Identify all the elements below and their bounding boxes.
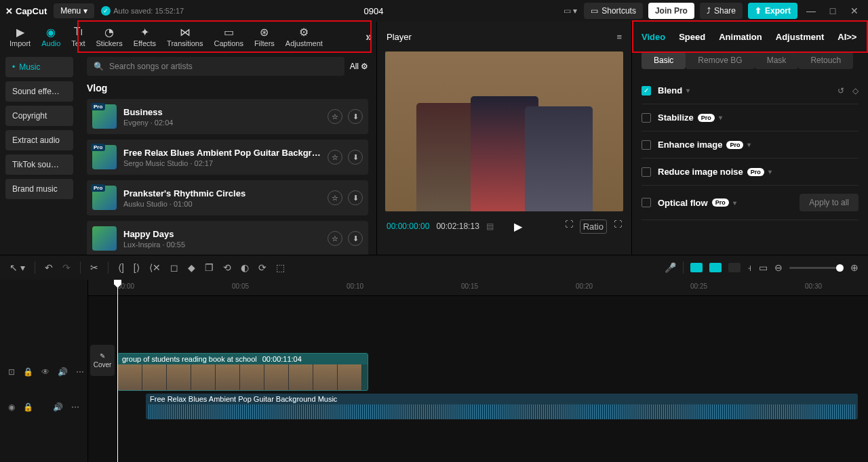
reverse-icon[interactable]: ⟲ — [223, 262, 231, 273]
audio-lock-icon[interactable]: 🔒 — [23, 402, 33, 412]
prop-checkbox[interactable] — [642, 198, 651, 207]
crop2-icon[interactable]: ⬚ — [276, 262, 285, 273]
project-title[interactable]: 0904 — [191, 6, 557, 16]
timeline-ruler[interactable]: 00:00 00:05 00:10 00:15 00:20 00:25 00:3… — [88, 280, 868, 296]
prop-row[interactable]: Reduce image noisePro ▾ — [642, 159, 859, 186]
video-clip[interactable]: group of students reading book at school… — [117, 353, 368, 391]
fav-icon[interactable]: ☆ — [328, 109, 342, 124]
tab-audio[interactable]: ◉Audio — [36, 22, 66, 51]
prop-checkbox[interactable] — [642, 167, 651, 177]
tab-captions[interactable]: ▭Captions — [208, 22, 248, 51]
marker-icon[interactable]: ◆ — [188, 262, 195, 273]
playhead[interactable] — [117, 280, 118, 462]
prop-checkbox[interactable] — [642, 113, 651, 123]
audio-clip[interactable]: Free Relax Blues Ambient Pop Guitar Back… — [146, 394, 858, 419]
ratio-button[interactable]: Ratio — [580, 219, 607, 234]
tab-effects[interactable]: ✦Effects — [128, 22, 161, 51]
crop-icon[interactable]: ◻ — [170, 262, 178, 273]
play-button[interactable]: ▶ — [514, 220, 522, 233]
snap-toggle-1[interactable] — [690, 263, 703, 272]
compare-icon[interactable]: ⛶ — [565, 219, 573, 234]
trim-right-icon[interactable]: [⟩ — [134, 262, 140, 273]
close-button[interactable]: ✕ — [846, 5, 863, 16]
track-eye-icon[interactable]: 👁 — [41, 367, 50, 377]
delete-left-icon[interactable]: ⟨✕ — [149, 262, 161, 273]
mic-icon[interactable]: 🎤 — [665, 262, 676, 273]
track-item[interactable]: Happy DaysLux-Inspira · 00:55 ☆⬇ — [87, 221, 368, 255]
cat-copyright[interactable]: Copyright — [5, 106, 73, 126]
share-button[interactable]: ⤴ Share — [700, 3, 743, 19]
track-item[interactable]: Pro Free Relax Blues Ambient Pop Guitar … — [87, 140, 368, 175]
prop-row[interactable]: Optical flowPro ▾ Apply to all — [642, 186, 859, 220]
tab-filters[interactable]: ⊛Filters — [249, 22, 280, 51]
prop-tab-animation[interactable]: Animation — [719, 32, 762, 42]
tab-stickers[interactable]: ◔Stickers — [91, 22, 128, 51]
zoom-in-icon[interactable]: ⊕ — [850, 262, 859, 273]
zoom-slider[interactable] — [789, 267, 844, 269]
audio-vol-icon[interactable]: 🔊 — [53, 402, 63, 412]
cat-tiktok-sound[interactable]: TikTok sou… — [5, 154, 73, 175]
track-lock-icon[interactable]: ⊡ — [8, 367, 15, 377]
menu-button[interactable]: Menu ▾ — [54, 3, 94, 18]
player-preview[interactable] — [385, 51, 623, 211]
search-input[interactable]: 🔍Search songs or artists — [87, 57, 344, 76]
subtab-basic[interactable]: Basic — [642, 51, 686, 69]
trim-left-icon[interactable]: ⟨] — [118, 262, 124, 273]
cat-brand-music[interactable]: Brand music — [5, 179, 73, 199]
export-button[interactable]: ⬆ Export — [748, 3, 797, 19]
download-icon[interactable]: ⬇ — [348, 190, 363, 205]
pointer-tool-icon[interactable]: ↖ ▾ — [9, 262, 25, 273]
fullscreen-icon[interactable]: ⛶ — [614, 219, 622, 234]
audio-more-icon[interactable]: ⋯ — [71, 402, 79, 412]
tab-import[interactable]: ▶Import — [4, 22, 36, 51]
list-view-icon[interactable]: ▤ — [486, 222, 494, 231]
snap-toggle-2[interactable] — [709, 263, 722, 272]
aspect-icon[interactable]: ▭ ▾ — [564, 6, 577, 16]
prop-tab-video[interactable]: Video — [642, 32, 665, 42]
apply-all-button[interactable]: Apply to all — [800, 194, 859, 211]
prop-checkbox[interactable] — [642, 140, 651, 150]
track-more-icon[interactable]: ⋯ — [76, 367, 84, 377]
cat-sound-effects[interactable]: Sound effe… — [5, 81, 73, 102]
prop-tab-adjustment[interactable]: Adjustment — [776, 32, 825, 42]
audio-track[interactable]: Free Relax Blues Ambient Pop Guitar Back… — [88, 392, 868, 422]
align-icon[interactable]: ⫞ — [747, 262, 752, 273]
fav-icon[interactable]: ☆ — [328, 150, 342, 165]
track-item[interactable]: Pro BusinessEvgeny · 02:04 ☆⬇ — [87, 99, 368, 134]
zoom-out-icon[interactable]: ⊖ — [774, 262, 783, 273]
join-pro-button[interactable]: Join Pro — [648, 3, 694, 19]
rotate-icon[interactable]: ⟳ — [258, 262, 267, 273]
reset-icon[interactable]: ↺ — [837, 86, 844, 96]
prop-checkbox[interactable]: ✓ — [642, 86, 651, 96]
undo-icon[interactable]: ↶ — [45, 262, 53, 273]
keyframe-icon[interactable]: ◇ — [852, 86, 859, 96]
prop-row[interactable]: Enhance imagePro ▾ — [642, 131, 859, 159]
subtab-mask[interactable]: Mask — [755, 51, 799, 69]
copy-icon[interactable]: ❐ — [205, 262, 214, 273]
expand-toolbar-icon[interactable]: » — [366, 30, 372, 44]
track-lock2-icon[interactable]: 🔒 — [23, 367, 33, 377]
shortcuts-button[interactable]: ▭ Shortcuts — [584, 3, 643, 19]
prop-tab-speed[interactable]: Speed — [679, 32, 705, 42]
download-icon[interactable]: ⬇ — [348, 231, 363, 246]
player-menu-icon[interactable]: ≡ — [616, 32, 622, 42]
maximize-button[interactable]: □ — [825, 5, 841, 16]
download-icon[interactable]: ⬇ — [348, 109, 363, 124]
fav-icon[interactable]: ☆ — [328, 190, 342, 205]
filter-all-button[interactable]: All ⚙ — [350, 62, 368, 71]
mirror-icon[interactable]: ◐ — [241, 262, 249, 273]
track-item[interactable]: Pro Prankster's Rhythmic CirclesAusku St… — [87, 180, 368, 215]
prop-tab-ai[interactable]: AI>> — [837, 32, 856, 42]
cat-music[interactable]: Music — [5, 57, 73, 77]
prop-row[interactable]: ✓ Blend ▾ ↺◇ — [642, 77, 859, 104]
snap-toggle-3[interactable] — [728, 263, 741, 272]
preview-mode-icon[interactable]: ▭ — [759, 262, 768, 273]
redo-icon[interactable]: ↷ — [62, 262, 71, 273]
minimize-button[interactable]: — — [803, 5, 819, 16]
fav-icon[interactable]: ☆ — [328, 231, 342, 246]
tab-text[interactable]: TIText — [66, 22, 90, 51]
subtab-retouch[interactable]: Retouch — [798, 51, 853, 69]
split-icon[interactable]: ✂ — [90, 262, 98, 273]
download-icon[interactable]: ⬇ — [348, 150, 363, 165]
tab-adjustment[interactable]: ⚙Adjustment — [280, 22, 328, 51]
